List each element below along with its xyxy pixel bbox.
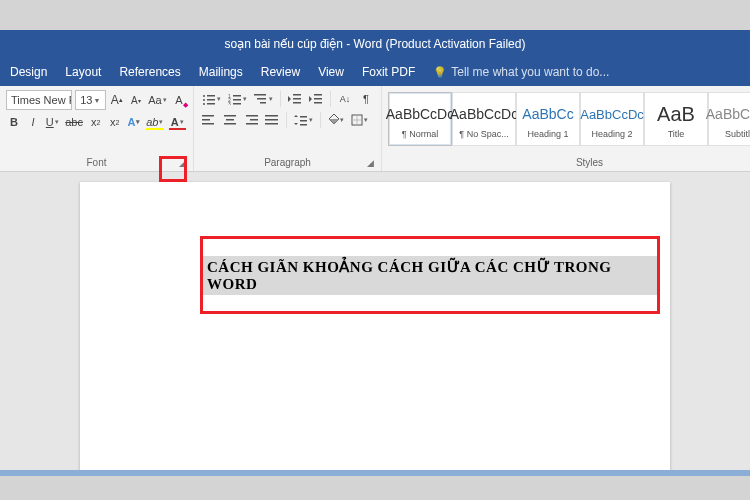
styles-group-label: Styles ◢ [386, 154, 750, 171]
svg-rect-24 [224, 115, 236, 117]
annotation-box-text: CÁCH GIÃN KHOẢNG CÁCH GIỮA CÁC CHỮ TRONG… [200, 236, 660, 314]
svg-rect-26 [224, 123, 236, 125]
sort-button[interactable]: A↓ [336, 90, 354, 108]
italic-button[interactable]: I [25, 113, 41, 131]
svg-rect-34 [300, 120, 307, 122]
align-center-button[interactable] [221, 111, 239, 129]
svg-rect-19 [314, 98, 322, 100]
separator [286, 112, 287, 128]
paragraph-dialog-launcher[interactable]: ◢ [365, 158, 375, 168]
svg-rect-5 [207, 103, 215, 105]
decrease-indent-button[interactable] [286, 90, 304, 108]
page[interactable] [80, 182, 670, 470]
ribbon: Times New Ro▼ 13▼ A▴ A▾ Aa▾ A◆ B I U▾ ab… [0, 86, 750, 172]
window-title: soạn bài nếu cúp điện - Word (Product Ac… [225, 37, 526, 51]
svg-rect-25 [226, 119, 234, 121]
bottom-accent-bar [0, 470, 750, 476]
tab-mailings[interactable]: Mailings [199, 65, 243, 79]
style-no-spacing[interactable]: AaBbCcDc ¶ No Spac... [452, 92, 516, 146]
svg-rect-1 [207, 95, 215, 97]
svg-rect-29 [246, 123, 258, 125]
svg-rect-28 [250, 119, 258, 121]
annotation-box-launcher [159, 156, 187, 182]
document-area[interactable] [0, 172, 750, 470]
font-name-combo[interactable]: Times New Ro▼ [6, 90, 72, 110]
svg-point-0 [203, 95, 205, 97]
change-case-button[interactable]: Aa▾ [147, 91, 168, 109]
subscript-button[interactable]: x2 [88, 113, 104, 131]
svg-rect-13 [257, 98, 266, 100]
svg-rect-9 [233, 99, 241, 101]
svg-rect-21 [202, 115, 214, 117]
tell-me-search[interactable]: 💡 Tell me what you want to do... [433, 65, 609, 79]
tab-review[interactable]: Review [261, 65, 300, 79]
separator [320, 112, 321, 128]
styles-group: AaBbCcDc ¶ Normal AaBbCcDc ¶ No Spac... … [382, 86, 750, 171]
paragraph-group: ▾ 123▾ ▾ A↓ ¶ ▾ [194, 86, 382, 171]
tab-foxit-pdf[interactable]: Foxit PDF [362, 65, 415, 79]
svg-rect-27 [246, 115, 258, 117]
strikethrough-button[interactable]: abc [64, 113, 85, 131]
svg-rect-30 [265, 115, 278, 117]
ribbon-tabs: Design Layout References Mailings Review… [0, 58, 750, 86]
align-right-button[interactable] [242, 111, 260, 129]
svg-rect-15 [293, 94, 301, 96]
superscript-button[interactable]: x2 [107, 113, 123, 131]
svg-rect-31 [265, 119, 278, 121]
tab-layout[interactable]: Layout [65, 65, 101, 79]
font-size-combo[interactable]: 13▼ [75, 90, 106, 110]
svg-rect-18 [314, 94, 322, 96]
numbering-button[interactable]: 123▾ [226, 90, 249, 108]
svg-rect-32 [265, 123, 278, 125]
selected-text[interactable]: CÁCH GIÃN KHOẢNG CÁCH GIỮA CÁC CHỮ TRONG… [203, 256, 657, 295]
style-title[interactable]: AaB Title [644, 92, 708, 146]
line-spacing-button[interactable]: ▾ [292, 111, 315, 129]
tab-view[interactable]: View [318, 65, 344, 79]
text-effects-button[interactable]: A▾ [126, 113, 143, 131]
svg-rect-16 [293, 98, 301, 100]
svg-point-2 [203, 99, 205, 101]
style-heading-2[interactable]: AaBbCcDc Heading 2 [580, 92, 644, 146]
svg-rect-14 [260, 102, 266, 104]
clear-formatting-button[interactable]: A◆ [171, 91, 187, 109]
align-left-button[interactable] [200, 111, 218, 129]
svg-rect-20 [314, 102, 322, 104]
justify-button[interactable] [263, 111, 281, 129]
paragraph-group-label: Paragraph ◢ [198, 154, 377, 171]
separator [280, 91, 281, 107]
svg-rect-33 [300, 116, 307, 118]
tab-references[interactable]: References [119, 65, 180, 79]
bulb-icon: 💡 [433, 66, 447, 79]
underline-button[interactable]: U▾ [44, 113, 61, 131]
svg-rect-35 [300, 124, 307, 126]
borders-button[interactable]: ▾ [349, 111, 370, 129]
svg-rect-11 [233, 103, 241, 105]
bullets-button[interactable]: ▾ [200, 90, 223, 108]
increase-indent-button[interactable] [307, 90, 325, 108]
style-normal[interactable]: AaBbCcDc ¶ Normal [388, 92, 452, 146]
svg-rect-17 [293, 102, 301, 104]
font-color-button[interactable]: A▾ [168, 113, 187, 131]
svg-rect-3 [207, 99, 215, 101]
styles-gallery: AaBbCcDc ¶ Normal AaBbCcDc ¶ No Spac... … [388, 92, 750, 146]
separator [330, 91, 331, 107]
title-bar: soạn bài nếu cúp điện - Word (Product Ac… [0, 30, 750, 58]
shading-button[interactable]: ▾ [326, 111, 346, 129]
svg-rect-12 [254, 94, 266, 96]
style-heading-1[interactable]: AaBbCc Heading 1 [516, 92, 580, 146]
multilevel-list-button[interactable]: ▾ [252, 90, 275, 108]
tab-design[interactable]: Design [10, 65, 47, 79]
grow-font-button[interactable]: A▴ [109, 91, 125, 109]
show-hide-button[interactable]: ¶ [357, 90, 375, 108]
svg-point-4 [203, 103, 205, 105]
highlight-button[interactable]: ab▾ [145, 113, 164, 131]
svg-rect-22 [202, 119, 210, 121]
svg-rect-7 [233, 95, 241, 97]
style-subtitle[interactable]: AaBbCcDc Subtitle [708, 92, 750, 146]
svg-rect-23 [202, 123, 214, 125]
shrink-font-button[interactable]: A▾ [128, 91, 144, 109]
chevron-down-icon: ▼ [93, 97, 100, 104]
svg-text:3: 3 [228, 101, 231, 105]
bold-button[interactable]: B [6, 113, 22, 131]
